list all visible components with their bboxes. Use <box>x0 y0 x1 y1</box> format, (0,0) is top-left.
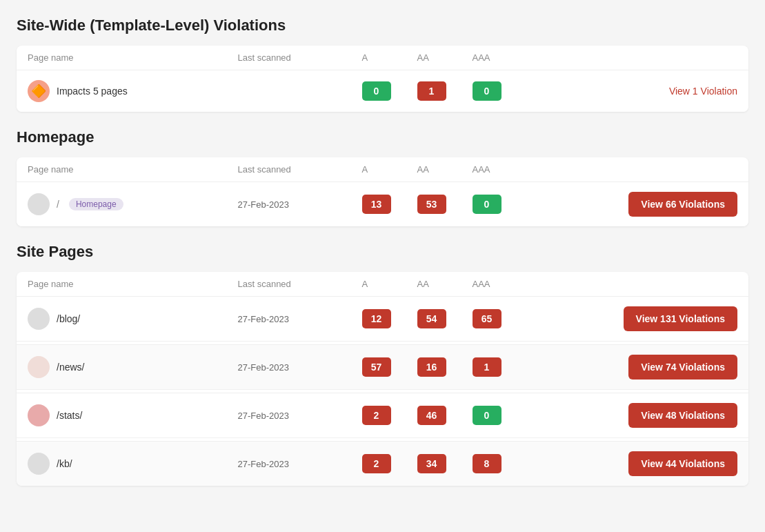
col-header-last-scanned: Last scanned <box>238 52 362 63</box>
stats-view-btn[interactable]: View 48 Violations <box>628 403 737 428</box>
blog-action-cell: View 131 Violations <box>528 306 738 331</box>
kb-page-name-cell: /kb/ <box>28 453 238 475</box>
homepage-badge-aaa: 0 <box>473 195 528 214</box>
site-pages-table: Page name Last scanned A AA AAA /blog/ 2… <box>17 272 748 486</box>
site-wide-section: Site-Wide (Template-Level) Violations Pa… <box>17 17 748 112</box>
news-last-scanned: 27-Feb-2023 <box>238 362 362 373</box>
homepage-header: Page name Last scanned A AA AAA <box>17 157 748 182</box>
stats-action-cell: View 48 Violations <box>528 403 738 428</box>
homepage-last-scanned: 27-Feb-2023 <box>238 199 362 210</box>
news-a-value: 57 <box>362 357 391 377</box>
blog-badge-aa: 54 <box>417 309 473 328</box>
hp-col-header-a: A <box>362 164 417 175</box>
site-wide-header: Page name Last scanned A AA AAA <box>17 46 748 70</box>
site-wide-badge-aaa: 0 <box>473 81 528 101</box>
sp-col-header-last-scanned: Last scanned <box>238 279 362 289</box>
kb-action-cell: View 44 Violations <box>528 451 738 476</box>
stats-name: /stats/ <box>57 410 82 421</box>
news-view-btn[interactable]: View 74 Violations <box>628 355 737 380</box>
site-pages-header: Page name Last scanned A AA AAA <box>17 272 748 297</box>
hp-col-header-last-scanned: Last scanned <box>238 164 362 175</box>
sp-col-header-action <box>528 279 738 289</box>
blog-page-name-cell: /blog/ <box>28 308 238 330</box>
kb-view-btn[interactable]: View 44 Violations <box>628 451 737 476</box>
kb-aaa-value: 8 <box>473 454 501 473</box>
homepage-tag: Homepage <box>69 198 123 210</box>
homepage-table: Page name Last scanned A AA AAA / Homepa… <box>17 157 748 226</box>
sp-col-header-page-name: Page name <box>28 279 238 289</box>
sp-col-header-a: A <box>362 279 417 289</box>
site-wide-title: Site-Wide (Template-Level) Violations <box>17 17 748 35</box>
col-header-page-name: Page name <box>28 52 238 63</box>
blog-aa-value: 54 <box>417 309 446 328</box>
site-pages-section: Site Pages Page name Last scanned A AA A… <box>17 243 748 486</box>
homepage-section: Homepage Page name Last scanned A AA AAA… <box>17 128 748 226</box>
site-page-row-blog: /blog/ 27-Feb-2023 12 54 65 View 131 Vio… <box>17 297 748 342</box>
news-action-cell: View 74 Violations <box>528 355 738 380</box>
site-pages-title: Site Pages <box>17 243 748 261</box>
blog-badge-a: 12 <box>362 309 417 328</box>
blog-a-value: 12 <box>362 309 391 328</box>
homepage-a-value: 13 <box>362 195 391 214</box>
news-avatar <box>28 356 50 378</box>
blog-aaa-value: 65 <box>473 309 501 328</box>
kb-badge-aaa: 8 <box>473 454 528 473</box>
news-aa-value: 16 <box>417 357 446 377</box>
homepage-aaa-value: 0 <box>473 195 501 214</box>
blog-name: /blog/ <box>57 313 80 324</box>
col-header-action <box>528 52 738 63</box>
stats-aaa-value: 0 <box>473 406 501 425</box>
stats-page-name-cell: /stats/ <box>28 404 238 426</box>
site-wide-a-value: 0 <box>362 81 391 101</box>
site-wide-row: 🔶 Impacts 5 pages 0 1 0 View 1 Violation <box>17 70 748 112</box>
stats-last-scanned: 27-Feb-2023 <box>238 411 362 421</box>
kb-badge-a: 2 <box>362 454 417 473</box>
blog-badge-aaa: 65 <box>473 309 528 328</box>
news-badge-a: 57 <box>362 357 417 377</box>
hp-col-header-action <box>528 164 738 175</box>
blog-view-btn[interactable]: View 131 Violations <box>624 306 737 331</box>
site-wide-view-btn[interactable]: View 1 Violation <box>669 86 737 97</box>
homepage-badge-aa: 53 <box>417 195 473 214</box>
homepage-view-btn[interactable]: View 66 Violations <box>628 192 737 217</box>
site-page-row-kb: /kb/ 27-Feb-2023 2 34 8 View 44 Violatio… <box>17 441 748 486</box>
sp-col-header-aa: AA <box>417 279 473 289</box>
col-header-aa: AA <box>417 52 473 63</box>
col-header-a: A <box>362 52 417 63</box>
site-wide-aa-value: 1 <box>417 81 446 101</box>
hp-col-header-page-name: Page name <box>28 164 238 175</box>
kb-avatar <box>28 453 50 475</box>
site-wide-page-name-cell: 🔶 Impacts 5 pages <box>28 80 238 102</box>
hp-col-header-aaa: AAA <box>473 164 528 175</box>
site-wide-name: Impacts 5 pages <box>57 86 128 97</box>
stats-aa-value: 46 <box>417 406 446 425</box>
blog-avatar <box>28 308 50 330</box>
homepage-aa-value: 53 <box>417 195 446 214</box>
site-wide-badge-a: 0 <box>362 81 417 101</box>
site-wide-avatar: 🔶 <box>28 80 50 102</box>
site-wide-badge-aa: 1 <box>417 81 473 101</box>
news-aaa-value: 1 <box>473 357 501 377</box>
kb-a-value: 2 <box>362 454 391 473</box>
site-wide-action-cell: View 1 Violation <box>528 86 738 97</box>
site-page-row-news: /news/ 27-Feb-2023 57 16 1 View 74 Viola… <box>17 344 748 390</box>
homepage-row: / Homepage 27-Feb-2023 13 53 0 View 66 V… <box>17 182 748 226</box>
site-wide-table: Page name Last scanned A AA AAA 🔶 Impact… <box>17 46 748 112</box>
kb-name: /kb/ <box>57 458 72 469</box>
stats-badge-aaa: 0 <box>473 406 528 425</box>
stats-a-value: 2 <box>362 406 391 425</box>
homepage-badge-a: 13 <box>362 195 417 214</box>
kb-aa-value: 34 <box>417 454 446 473</box>
news-name: /news/ <box>57 362 84 373</box>
news-page-name-cell: /news/ <box>28 356 238 378</box>
sp-col-header-aaa: AAA <box>473 279 528 289</box>
stats-badge-aa: 46 <box>417 406 473 425</box>
news-badge-aa: 16 <box>417 357 473 377</box>
blog-last-scanned: 27-Feb-2023 <box>238 314 362 324</box>
stats-badge-a: 2 <box>362 406 417 425</box>
site-page-row-stats: /stats/ 27-Feb-2023 2 46 0 View 48 Viola… <box>17 393 748 438</box>
hp-col-header-aa: AA <box>417 164 473 175</box>
news-badge-aaa: 1 <box>473 357 528 377</box>
col-header-aaa: AAA <box>473 52 528 63</box>
kb-last-scanned: 27-Feb-2023 <box>238 459 362 469</box>
